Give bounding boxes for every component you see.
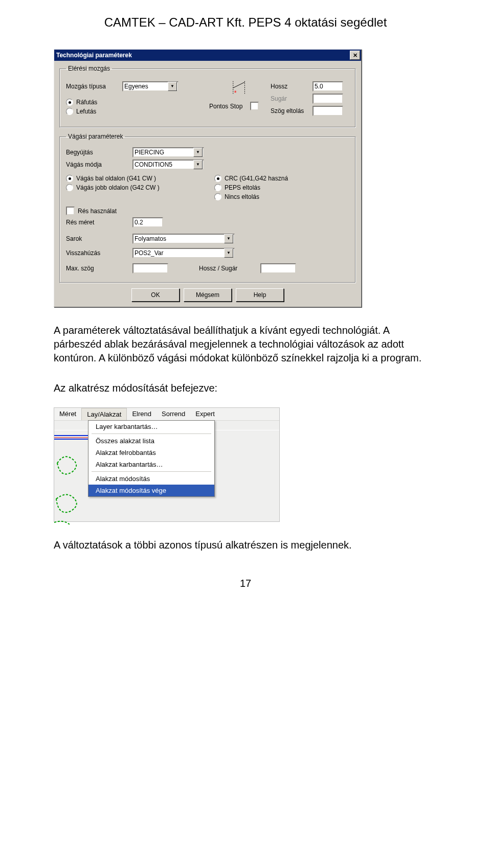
menu-screenshot: Méret Lay/Alakzat Elrend Sorrend Expert	[54, 407, 280, 522]
sugar-input[interactable]	[313, 94, 343, 104]
radio-icon	[66, 175, 73, 182]
radio-crc[interactable]: CRC (G41,G42 haszná	[214, 175, 349, 182]
radio-icon	[214, 193, 221, 200]
dialog-title: Technológiai paraméterek	[56, 52, 132, 59]
paragraph-3: A változtatások a többi azonos típusú al…	[54, 538, 437, 552]
maxszog-input[interactable]	[132, 263, 168, 273]
begyujtas-combo[interactable]: PIERCING ▼	[132, 147, 204, 157]
doc-header: CAMTEK – CAD-ART Kft. PEPS 4 oktatási se…	[54, 15, 437, 30]
res-hasznalat[interactable]: Rés használat	[66, 207, 349, 215]
begyujtas-value: PIERCING	[135, 149, 164, 156]
chevron-down-icon[interactable]: ▼	[193, 160, 203, 169]
menu-lay-alakzat[interactable]: Lay/Alakzat	[81, 408, 127, 420]
pontos-stop-checkbox[interactable]	[250, 102, 259, 110]
menu-elrend[interactable]: Elrend	[127, 408, 157, 420]
chevron-down-icon[interactable]: ▼	[193, 148, 203, 157]
approach-icon: *	[209, 79, 271, 97]
group2-legend: Vágási paraméterek	[66, 133, 125, 140]
radio-jobb-label: Vágás jobb oldalon (G42 CW )	[76, 184, 160, 191]
radio-nincs-label: Nincs eltolás	[225, 193, 259, 200]
paragraph-2: Az alkatrész módosítását befejezve:	[54, 381, 437, 395]
group-vagasi-parameterek: Vágási paraméterek Begyújtás PIERCING ▼ …	[59, 133, 356, 283]
menu-item-alakzat-karbantartas[interactable]: Alakzat karbantartás…	[88, 459, 214, 470]
szog-eltolas-label: Szög eltolás	[271, 107, 313, 115]
menu-sorrend[interactable]: Sorrend	[157, 408, 190, 420]
ok-button[interactable]: OK	[131, 288, 180, 302]
dialog-window: Technológiai paraméterek ✕ Elérési mozgá…	[54, 49, 362, 307]
menu-bar: Méret Lay/Alakzat Elrend Sorrend Expert	[54, 408, 279, 420]
hossz-sugar-label: Hossz / Sugár	[199, 265, 260, 272]
mozgas-tipusa-value: Egyenes	[124, 83, 148, 90]
radio-icon	[214, 184, 221, 191]
vissza-combo[interactable]: POS2_Var ▼	[132, 248, 235, 258]
paragraph-1: A paraméterek változtatásával beállíthat…	[54, 324, 437, 365]
menu-separator	[92, 433, 211, 434]
pontos-stop-label: Pontos Stop	[209, 103, 250, 110]
chevron-down-icon[interactable]: ▼	[168, 82, 177, 91]
sarok-value: Folyamatos	[135, 235, 166, 242]
vissza-label: Visszahúzás	[66, 249, 132, 257]
menu-expert[interactable]: Expert	[190, 408, 220, 420]
mozgas-tipusa-label: Mozgás típusa	[66, 83, 122, 90]
dropdown-menu: Layer karbantartás… Összes alakzat lista…	[88, 420, 215, 497]
radio-jobb[interactable]: Vágás jobb oldalon (G42 CW )	[66, 184, 214, 191]
radio-crc-label: CRC (G41,G42 haszná	[225, 175, 288, 182]
menu-item-felrobbantas[interactable]: Alakzat felrobbantás	[88, 447, 214, 459]
hossz-sugar-input[interactable]	[260, 263, 296, 273]
radio-bal[interactable]: Vágás bal oldalon (G41 CW )	[66, 175, 214, 182]
group1-legend: Elérési mozgás	[66, 65, 112, 72]
res-check-label: Rés használat	[78, 208, 117, 215]
res-check[interactable]	[66, 207, 75, 215]
canvas-shapes-icon	[54, 432, 88, 524]
group-eleresi-mozgas: Elérési mozgás Mozgás típusa Egyenes ▼	[59, 65, 356, 128]
radio-icon	[66, 108, 73, 115]
vissza-value: POS2_Var	[135, 249, 163, 257]
page-number: 17	[54, 578, 437, 589]
svg-line-2	[233, 82, 245, 88]
resmeret-label: Rés méret	[66, 219, 132, 226]
dialog-titlebar[interactable]: Technológiai paraméterek ✕	[54, 50, 361, 61]
radio-icon	[66, 184, 73, 191]
szog-eltolas-input[interactable]	[313, 106, 343, 116]
menu-separator	[92, 471, 211, 472]
radio-rafutas[interactable]: Ráfutás	[66, 99, 209, 106]
hossz-label: Hossz	[271, 83, 313, 90]
hossz-input[interactable]	[313, 81, 343, 92]
chevron-down-icon[interactable]: ▼	[224, 248, 233, 258]
menu-item-modositas-vege[interactable]: Alakzat módosítás vége	[88, 485, 214, 496]
radio-peps[interactable]: PEPS eltolás	[214, 184, 349, 191]
resmeret-input[interactable]	[132, 217, 163, 227]
sugar-label: Sugár	[271, 95, 313, 102]
radio-icon	[66, 99, 73, 106]
menu-meret[interactable]: Méret	[54, 408, 81, 420]
close-icon[interactable]: ✕	[350, 51, 360, 60]
radio-rafutas-label: Ráfutás	[76, 99, 97, 106]
menu-item-osszes-alakzat[interactable]: Összes alakzat lista	[88, 435, 214, 447]
menu-item-modositas[interactable]: Alakzat módosítás	[88, 473, 214, 485]
sarok-combo[interactable]: Folyamatos ▼	[132, 234, 235, 244]
radio-lefutas-label: Lefutás	[76, 108, 96, 115]
sarok-label: Sarok	[66, 235, 132, 242]
chevron-down-icon[interactable]: ▼	[224, 234, 233, 243]
begyujtas-label: Begyújtás	[66, 149, 132, 156]
cancel-button[interactable]: Mégsem	[184, 288, 232, 302]
svg-text:*: *	[234, 89, 237, 97]
maxszog-label: Max. szög	[66, 265, 132, 272]
radio-lefutas[interactable]: Lefutás	[66, 108, 209, 115]
vagasmod-value: CONDITION5	[135, 161, 172, 168]
mozgas-tipusa-combo[interactable]: Egyenes ▼	[122, 81, 178, 92]
radio-peps-label: PEPS eltolás	[225, 184, 260, 191]
menu-item-layer-karbantartas[interactable]: Layer karbantartás…	[88, 421, 214, 432]
vagasmod-combo[interactable]: CONDITION5 ▼	[132, 159, 204, 170]
help-button[interactable]: Help	[236, 288, 284, 302]
vagasmod-label: Vágás módja	[66, 161, 132, 168]
radio-icon	[214, 175, 221, 182]
radio-bal-label: Vágás bal oldalon (G41 CW )	[76, 175, 156, 182]
radio-nincs[interactable]: Nincs eltolás	[214, 193, 349, 200]
